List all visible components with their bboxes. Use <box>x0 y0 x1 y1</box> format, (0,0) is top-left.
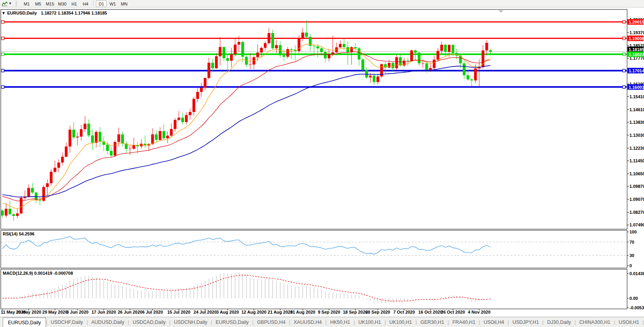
svg-text:70: 70 <box>629 240 634 244</box>
chart-tab-fra40-h1[interactable]: FRA40,H1 <box>449 317 479 327</box>
date-tick-label: 17 Jun 2020 <box>92 310 116 314</box>
one-click-menu-icon[interactable]: ▼ <box>2 11 5 15</box>
date-tick-label: 9 Sep 2020 <box>318 310 340 314</box>
chart-tab-xauusd-h4[interactable]: XAUUSD,H4 <box>290 317 326 327</box>
svg-text:100: 100 <box>629 230 637 234</box>
date-tick-label: 3 Aug 2020 <box>216 310 239 314</box>
macd-indicator-label: MACD(12,26,9) 0.001419 -0.000708 <box>3 271 73 276</box>
svg-text:1.09070: 1.09070 <box>629 197 644 202</box>
svg-text:1.15410: 1.15410 <box>629 94 644 99</box>
line-handle[interactable] <box>2 53 4 56</box>
chart-tab-uk100-h1[interactable]: UK100,H1 <box>386 317 416 327</box>
svg-text:1.20019: 1.20019 <box>629 20 644 24</box>
date-tick-label: 29 May 2020 <box>42 310 68 314</box>
date-tick-label: 15 Jul 2020 <box>167 310 190 314</box>
svg-text:1.13830: 1.13830 <box>629 120 644 125</box>
chart-tab-dj30-daily[interactable]: DJ30,Daily <box>544 317 574 327</box>
date-tick-label: 24 Jul 2020 <box>193 310 217 314</box>
time-axis[interactable]: 11 May 202020 May 202029 May 20208 Jun 2… <box>1 309 491 314</box>
svg-text:1.11450: 1.11450 <box>629 158 644 163</box>
tab-separator: | <box>643 317 644 327</box>
chart-tab-ger30-h1[interactable]: GER30,H1 <box>417 317 447 327</box>
date-tick-label: 7 Oct 2020 <box>393 310 415 314</box>
date-tick-label: 26 Jun 2020 <box>118 310 142 314</box>
date-tick-label: 18 Sep 2020 <box>343 310 368 314</box>
line-handle[interactable] <box>2 37 4 40</box>
chart-tab-usoil-h1[interactable]: USOil,H1 <box>615 317 643 327</box>
svg-text:1.07490: 1.07490 <box>629 222 644 227</box>
pane-border <box>1 9 627 229</box>
chart-symbol: EURUSD,Daily <box>7 11 37 15</box>
svg-text:1.17014: 1.17014 <box>629 68 644 73</box>
svg-text:-0.005396: -0.005396 <box>629 305 644 310</box>
svg-text:1.08270: 1.08270 <box>629 210 644 215</box>
date-tick-label: 16 Oct 2020 <box>418 310 442 314</box>
chart-tab-usdcnh-daily[interactable]: USDCNH,Daily <box>171 317 211 327</box>
line-handle[interactable] <box>2 69 4 72</box>
svg-text:1.16003: 1.16003 <box>629 85 644 90</box>
date-tick-label: 6 Jul 2020 <box>142 310 163 314</box>
chart-tabs-bar: EURUSD,Daily|USDCHF,Daily|AUDUSD,Daily|U… <box>0 317 644 327</box>
svg-text:0.00: 0.00 <box>629 296 638 301</box>
svg-text:1.13030: 1.13030 <box>629 133 644 138</box>
date-tick-label: 12 Aug 2020 <box>241 310 267 314</box>
svg-text:0.014384: 0.014384 <box>629 271 644 276</box>
line-handle[interactable] <box>623 53 626 56</box>
svg-text:1.09870: 1.09870 <box>629 184 644 189</box>
chart-tab-eurusd-daily[interactable]: EURUSD,Daily <box>3 318 46 327</box>
date-tick-label: 4 Nov 2020 <box>468 310 490 314</box>
date-tick-label: 8 Jun 2020 <box>66 310 88 314</box>
mt4-window: ▼ M1M5M15M30H1H4D1W1MN 1.201501.193701.1… <box>0 0 644 327</box>
line-handle[interactable] <box>2 20 4 23</box>
svg-text:0: 0 <box>629 263 632 268</box>
chart-tab-audusd-daily[interactable]: AUDUSD,Daily <box>88 317 128 327</box>
chart-tab-china300-h1[interactable]: CHINA300,H1 <box>576 317 614 327</box>
price-axis[interactable]: 1.201501.193701.185701.177701.169901.161… <box>627 17 644 310</box>
svg-text:1.19370: 1.19370 <box>629 30 644 35</box>
line-handle[interactable] <box>623 86 626 88</box>
price-chart[interactable]: 1.201501.193701.185701.177701.169901.161… <box>0 0 644 317</box>
date-tick-label: 20 May 2020 <box>16 310 41 314</box>
pane-border <box>1 230 627 268</box>
svg-text:30: 30 <box>629 253 634 258</box>
svg-text:1.18024: 1.18024 <box>629 52 644 57</box>
chart-tab-usdjpy-h1[interactable]: USDJPY,H1 <box>509 317 542 327</box>
svg-text:1.19008: 1.19008 <box>629 36 644 41</box>
chart-tab-usdcad-daily[interactable]: USDCAD,Daily <box>129 317 169 327</box>
line-handle[interactable] <box>623 69 626 72</box>
svg-text:1.14610: 1.14610 <box>629 107 644 112</box>
chart-tab-usoil-h4[interactable]: USOil,H4 <box>480 317 508 327</box>
svg-text:1.12230: 1.12230 <box>629 146 644 151</box>
line-handle[interactable] <box>2 86 4 88</box>
line-handle[interactable] <box>623 20 626 23</box>
svg-text:1.18185: 1.18185 <box>629 47 644 52</box>
chart-tab-gbpusd-h4[interactable]: GBPUSD,H4 <box>254 317 289 327</box>
chart-title: ▼ EURUSD,Daily 1.18272 1.18354 1.17946 1… <box>2 11 107 15</box>
date-tick-label: 26 Oct 2020 <box>441 310 465 314</box>
svg-text:1.10650: 1.10650 <box>629 171 644 176</box>
chart-ohlc-values: 1.18272 1.18354 1.17946 1.18185 <box>41 11 107 15</box>
chart-tab-hk50-h1[interactable]: HK50,H1 <box>327 317 354 327</box>
chart-tab-uk100-h1[interactable]: UK100,H1 <box>355 317 385 327</box>
line-handle[interactable] <box>623 37 626 40</box>
rsi-indicator-label: RSI(14) 54.2596 <box>3 231 35 236</box>
date-tick-label: 31 Aug 2020 <box>290 310 315 314</box>
chart-tab-eurusd-daily[interactable]: EURUSD,Daily <box>212 317 252 327</box>
chart-tab-usdchf-daily[interactable]: USDCHF,Daily <box>47 317 86 327</box>
date-tick-label: 21 Aug 2020 <box>268 310 293 314</box>
date-tick-label: 28 Sep 2020 <box>366 310 390 314</box>
